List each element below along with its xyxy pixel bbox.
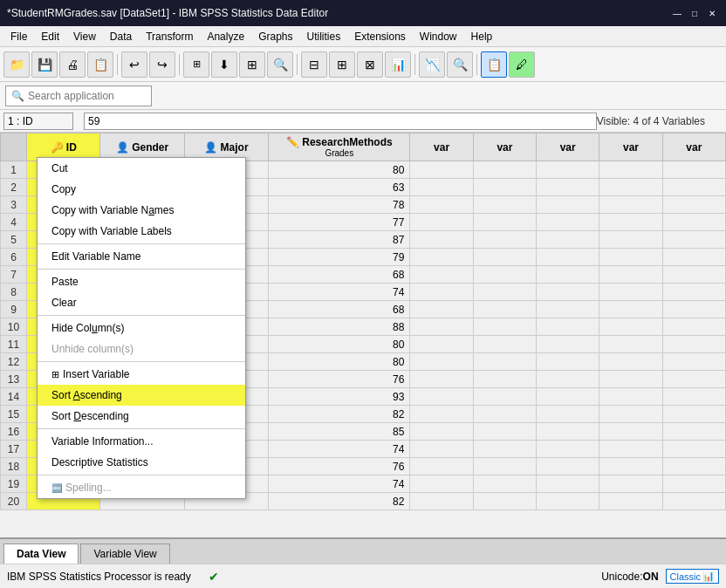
cell-var3[interactable] [537,441,599,458]
cell-var2[interactable] [473,441,536,458]
cell-var2[interactable] [473,371,536,388]
cell-var4[interactable] [599,493,662,510]
cell-var2[interactable] [473,458,536,475]
ctx-paste[interactable]: Paste [38,271,245,292]
ctx-copy-varnames[interactable]: Copy with Variable Names [38,200,245,221]
cell-rmgrades[interactable]: 85 [269,423,410,441]
cell-var5[interactable] [662,284,725,301]
cell-rmgrades[interactable]: 79 [269,249,410,266]
classic-badge[interactable]: Classic 📊 [666,569,719,584]
cell-var3[interactable] [537,336,599,353]
cell-rmgrades[interactable]: 68 [269,266,410,284]
cell-var5[interactable] [662,371,725,388]
cell-var2[interactable] [473,423,536,441]
cell-var2[interactable] [473,284,536,301]
cell-var3[interactable] [537,301,599,318]
ctx-cut[interactable]: Cut [38,158,245,179]
cell-var3[interactable] [537,161,599,179]
cell-var1[interactable] [410,458,473,475]
ctx-sort-desc[interactable]: Sort Descending [38,406,245,427]
split-file-button[interactable]: ⊟ [301,51,327,78]
print-button[interactable]: 🖨 [59,51,86,78]
cell-rmgrades[interactable]: 74 [269,475,410,493]
cell-var1[interactable] [410,406,473,423]
cell-rmgrades[interactable]: 82 [269,406,410,423]
col-header-var1[interactable]: var [410,133,473,161]
cell-var1[interactable] [410,196,473,214]
menu-graphs[interactable]: Graphs [251,29,299,44]
cell-var1[interactable] [410,179,473,196]
cell-rmgrades[interactable]: 87 [269,231,410,249]
cell-var3[interactable] [537,458,599,475]
ctx-copy[interactable]: Copy [38,179,245,200]
cell-var5[interactable] [662,441,725,458]
cell-var3[interactable] [537,179,599,196]
cell-var4[interactable] [599,318,662,336]
maximize-button[interactable]: □ [688,6,702,20]
cell-var4[interactable] [599,423,662,441]
cell-var3[interactable] [537,284,599,301]
cell-var2[interactable] [473,388,536,406]
cell-var1[interactable] [410,301,473,318]
menu-extensions[interactable]: Extensions [347,29,413,44]
cell-rmgrades[interactable]: 76 [269,371,410,388]
cell-var1[interactable] [410,231,473,249]
ctx-desc-stats[interactable]: Descriptive Statistics [38,452,245,473]
value-labels-button[interactable]: 📊 [385,51,411,78]
redo-button[interactable]: ↪ [149,51,175,78]
ctx-hide-cols[interactable]: Hide Column(s) [38,318,245,338]
col-header-var2[interactable]: var [473,133,536,161]
cell-rmgrades[interactable]: 76 [269,458,410,475]
cell-var2[interactable] [473,493,536,510]
cell-var5[interactable] [662,353,725,371]
menu-data[interactable]: Data [103,29,139,44]
ctx-sort-asc[interactable]: Sort Ascending [38,385,245,406]
cell-var4[interactable] [599,301,662,318]
cell-rmgrades[interactable]: 74 [269,441,410,458]
cell-var4[interactable] [599,371,662,388]
cell-var5[interactable] [662,493,725,510]
weight-cases-button[interactable]: ⊞ [329,51,355,78]
cell-var4[interactable] [599,266,662,284]
find-button[interactable]: ⊞ [239,51,265,78]
cell-var2[interactable] [473,161,536,179]
cell-var2[interactable] [473,318,536,336]
cell-var2[interactable] [473,301,536,318]
cell-rmgrades[interactable]: 77 [269,214,410,231]
cell-var5[interactable] [662,179,725,196]
cell-var4[interactable] [599,406,662,423]
cell-var4[interactable] [599,353,662,371]
goto-data-button[interactable]: ⊞ [183,51,209,78]
cell-var1[interactable] [410,353,473,371]
cell-var3[interactable] [537,388,599,406]
chart-builder-button[interactable]: 📉 [419,51,445,78]
insert-cases-button[interactable]: 🔍 [267,51,293,78]
cell-var5[interactable] [662,249,725,266]
scripting-button[interactable]: 📋 [481,51,507,78]
col-header-var4[interactable]: var [599,133,662,161]
cell-rmgrades[interactable]: 88 [269,318,410,336]
cell-var5[interactable] [662,388,725,406]
cell-var5[interactable] [662,475,725,493]
cell-var1[interactable] [410,336,473,353]
cell-var4[interactable] [599,458,662,475]
cell-var4[interactable] [599,336,662,353]
tab-variable-view[interactable]: Variable View [80,544,169,564]
cell-var1[interactable] [410,161,473,179]
cell-rmgrades[interactable]: 82 [269,493,410,510]
cell-var5[interactable] [662,406,725,423]
cell-var3[interactable] [537,231,599,249]
ctx-insert-var[interactable]: ⊞Insert Variable [38,364,245,385]
close-button[interactable]: ✕ [705,6,719,20]
cell-var3[interactable] [537,266,599,284]
cell-var2[interactable] [473,196,536,214]
ctx-edit-varname[interactable]: Edit Variable Name [38,246,245,267]
cell-var4[interactable] [599,249,662,266]
ctx-clear[interactable]: Clear [38,292,245,313]
open-button[interactable]: 📁 [3,51,30,78]
cell-var4[interactable] [599,475,662,493]
cell-var4[interactable] [599,231,662,249]
save-button[interactable]: 💾 [31,51,58,78]
cell-rmgrades[interactable]: 78 [269,196,410,214]
cell-var3[interactable] [537,318,599,336]
